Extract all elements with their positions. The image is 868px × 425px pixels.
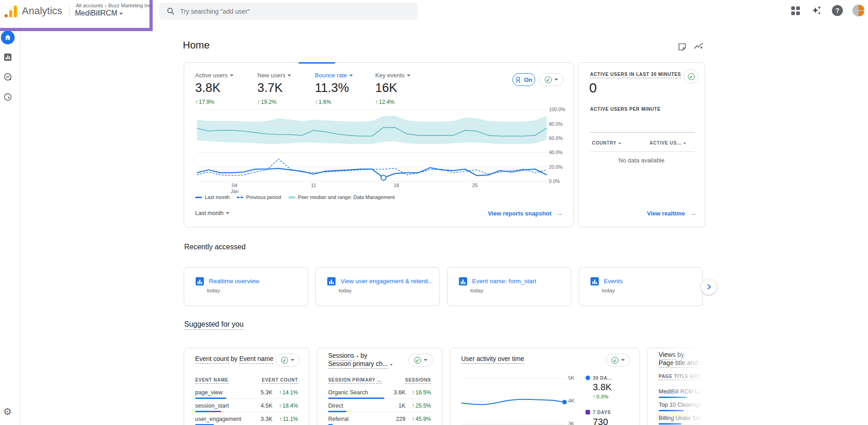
tab-active-users[interactable]: Active users 3.8K 17.9% — [195, 72, 234, 105]
chevron-right-icon — [706, 284, 712, 290]
y-tick: 3K — [568, 421, 574, 425]
advertising-icon[interactable] — [4, 93, 12, 101]
legend-label: 7 DAYS — [593, 410, 611, 415]
legend-value: 3.8K — [593, 382, 612, 393]
apps-grid-icon[interactable] — [791, 6, 800, 15]
realtime-title: ACTIVE USERS IN LAST 30 MINUTES — [590, 72, 681, 78]
avatar[interactable] — [852, 5, 864, 16]
search-input[interactable] — [179, 6, 400, 17]
table-row-delta: 25.5% — [412, 403, 431, 409]
report-icon — [327, 277, 336, 286]
check-circle-icon — [281, 357, 288, 364]
recent-card-events[interactable]: Events today — [579, 267, 703, 306]
explore-icon[interactable] — [4, 73, 12, 81]
row-bar — [328, 411, 346, 412]
row-bar — [195, 411, 221, 412]
y-tick: 40.0% — [549, 150, 563, 155]
recent-card-realtime-overview[interactable]: Realtime overview today — [184, 267, 308, 306]
active-users-column-header[interactable]: ACTIVE US... — [650, 140, 686, 145]
status-check-menu[interactable] — [539, 73, 564, 86]
chevron-down-icon — [621, 359, 625, 361]
page-title: Home — [183, 39, 210, 51]
chevron-down-icon — [291, 359, 294, 361]
chevron-down-icon — [683, 143, 686, 144]
recent-item-label: Event name: form_start — [472, 278, 536, 285]
table-row-name: user_engagement — [195, 416, 241, 422]
recently-accessed-title: Recently accessed — [184, 243, 245, 251]
solid-line-swatch — [195, 197, 202, 198]
table-row-value: 229 — [396, 416, 405, 422]
empty-state-text: No data available — [578, 157, 705, 164]
check-circle-icon — [414, 357, 421, 364]
tab-key-events[interactable]: Key events 16K 12.4% — [375, 72, 410, 105]
y-tick: 5K — [568, 375, 574, 381]
check-circle-icon — [612, 357, 618, 364]
help-icon[interactable]: ? — [832, 5, 843, 16]
view-realtime-link[interactable]: View realtime — [647, 210, 696, 217]
recent-card-engagement[interactable]: View user engagement & retenti... today — [315, 267, 440, 306]
tab-new-users[interactable]: New users 3.7K 19.2% — [257, 72, 291, 105]
benchmarking-toggle[interactable]: On — [512, 73, 535, 86]
suggested-title: Suggested for you — [184, 320, 244, 330]
status-check-menu[interactable] — [408, 354, 433, 366]
column-header: SESSIONS — [405, 377, 431, 384]
table-row-value: 4.5K — [261, 403, 272, 409]
reports-icon[interactable] — [4, 53, 12, 61]
recent-scroll-next-button[interactable] — [701, 279, 717, 295]
table-row-value: 1K — [399, 403, 405, 409]
card-title: User activity over time — [461, 355, 524, 364]
legend-delta: 0.3% — [593, 394, 608, 399]
country-column-header[interactable]: COUNTRY — [592, 140, 621, 145]
x-tick: 25 — [468, 183, 482, 188]
nav-home[interactable] — [1, 31, 15, 44]
chevron-down-icon — [390, 364, 393, 366]
recent-item-time: today — [339, 288, 351, 293]
y-tick: 60.0% — [549, 135, 563, 141]
legend-value: 730 — [593, 417, 608, 425]
table-row-name: Direct — [328, 403, 343, 409]
chevron-down-icon — [226, 212, 229, 214]
suggested-card-user-activity: User activity over time 5K 4K 3K 30 DA..… — [450, 348, 640, 425]
recent-card-form-start[interactable]: Event name: form_start today — [447, 267, 571, 306]
status-check-menu[interactable] — [606, 354, 630, 366]
report-icon — [195, 277, 204, 286]
chevron-down-icon — [407, 75, 410, 76]
table-row-name: Organic Search — [328, 389, 368, 396]
card-title: Event count by Event name — [195, 355, 273, 362]
date-range-selector[interactable]: Last month — [195, 210, 229, 216]
y-tick: 0.0% — [549, 178, 560, 184]
chevron-down-icon — [230, 75, 234, 76]
selected-tab-indicator — [298, 62, 335, 64]
status-check-menu[interactable] — [275, 354, 300, 366]
header-divider — [590, 151, 694, 152]
recent-item-time: today — [207, 288, 220, 293]
realtime-status-badge[interactable] — [684, 69, 698, 84]
tab-bounce-rate[interactable]: Bounce rate 11.3% 1.6% — [315, 72, 353, 105]
table-row-name: Referral — [328, 416, 348, 422]
table-row-delta: 45.9% — [412, 416, 431, 422]
x-tick: 11 — [307, 183, 320, 188]
table-row-value: 5.3K — [261, 389, 272, 396]
search-bar[interactable] — [159, 3, 418, 20]
chevron-down-icon — [554, 79, 558, 81]
table-row-value: 3.6K — [394, 389, 405, 396]
legend-last-month: Last month — [195, 194, 229, 200]
view-reports-snapshot-link[interactable]: View reports snapshot — [488, 210, 562, 217]
column-header: EVENT NAME — [195, 377, 229, 384]
settings-icon[interactable] — [3, 406, 12, 417]
row-bar — [195, 398, 226, 399]
report-icon — [590, 277, 599, 286]
recent-item-time: today — [470, 288, 483, 293]
insights-icon[interactable] — [693, 41, 704, 52]
card-title: Sessions by — [328, 352, 367, 359]
legend-square-icon — [586, 410, 590, 414]
note-icon[interactable] — [677, 42, 687, 52]
table-row-name: session_start — [195, 403, 229, 409]
suggested-card-sessions: Sessions by Session primary ch... SESSIO… — [317, 348, 442, 425]
recent-item-label: View user engagement & retenti... — [341, 278, 432, 285]
annotation-highlight — [0, 0, 153, 31]
benchmark-medal-icon — [515, 76, 521, 83]
gemini-sparkle-icon[interactable] — [811, 5, 823, 16]
y-tick: 20.0% — [549, 164, 563, 170]
search-icon — [167, 7, 175, 15]
